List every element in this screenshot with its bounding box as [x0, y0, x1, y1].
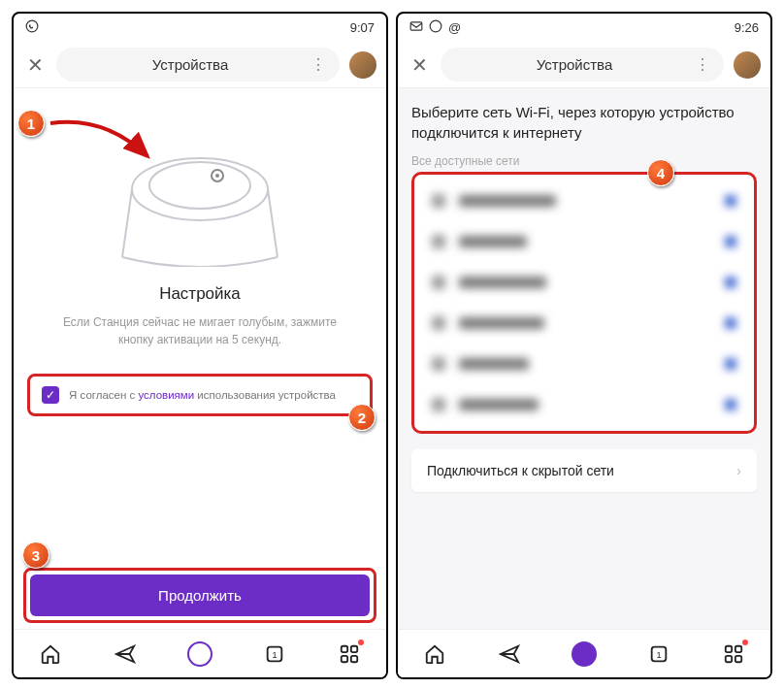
wifi-name	[459, 236, 527, 247]
lock-icon	[725, 277, 736, 288]
wifi-signal-icon	[432, 316, 445, 330]
lock-icon	[725, 399, 736, 410]
nav-square-icon[interactable]: 1	[262, 641, 287, 667]
wifi-signal-icon	[432, 194, 445, 208]
svg-text:1: 1	[272, 649, 277, 659]
svg-rect-15	[725, 645, 731, 651]
nav-apps-icon[interactable]	[337, 641, 362, 667]
callout-3: 3	[22, 541, 49, 569]
bottom-nav: 1	[14, 629, 386, 677]
hidden-network-button[interactable]: Подключиться к скрытой сети ›	[411, 449, 757, 492]
setup-subtitle: Если Станция сейчас не мигает голубым, з…	[27, 313, 373, 348]
wifi-name	[459, 358, 529, 370]
status-bar: @ 9:26	[398, 14, 770, 42]
wifi-network-item[interactable]	[418, 303, 750, 344]
status-time: 9:07	[350, 20, 375, 35]
wifi-name	[459, 277, 546, 288]
wifi-network-item[interactable]	[418, 221, 750, 262]
svg-point-0	[26, 20, 38, 32]
nav-alice-icon[interactable]	[187, 641, 212, 667]
whatsapp-icon	[429, 19, 442, 36]
avatar[interactable]	[734, 51, 761, 79]
notification-dot-icon	[358, 640, 364, 645]
more-icon[interactable]: ⋮	[695, 55, 710, 74]
wifi-network-item[interactable]	[418, 262, 750, 303]
nav-home-icon[interactable]	[38, 641, 63, 667]
nav-home-icon[interactable]	[422, 641, 447, 667]
at-icon: @	[448, 20, 461, 35]
nav-apps-icon[interactable]	[721, 641, 746, 667]
nav-send-icon[interactable]	[113, 641, 138, 667]
chevron-right-icon: ›	[736, 463, 741, 478]
status-bar: 9:07	[14, 14, 386, 42]
more-icon[interactable]: ⋮	[310, 55, 326, 74]
svg-rect-7	[341, 645, 346, 651]
wifi-network-item[interactable]	[418, 180, 750, 221]
svg-rect-18	[735, 655, 740, 661]
wifi-signal-icon	[432, 235, 445, 248]
wifi-signal-icon	[432, 357, 445, 371]
content-right: Выберите сеть Wi-Fi, через которую устро…	[398, 88, 770, 677]
lock-icon	[725, 358, 736, 370]
close-icon[interactable]: ✕	[23, 53, 47, 77]
continue-button[interactable]: Продолжить	[30, 574, 370, 616]
status-left-icons: @	[409, 19, 461, 36]
wifi-name	[459, 317, 544, 329]
callout-4: 4	[647, 159, 674, 186]
svg-rect-8	[350, 645, 356, 651]
continue-highlight: 3 Продолжить	[23, 568, 376, 623]
whatsapp-icon	[25, 19, 39, 36]
header-pill[interactable]: Устройства ⋮	[441, 48, 724, 82]
lock-icon	[725, 236, 736, 247]
svg-rect-11	[410, 22, 422, 30]
consent-text: Я согласен с условиями использования уст…	[69, 389, 336, 401]
consent-box: ✓ Я согласен с условиями использования у…	[27, 374, 373, 416]
wifi-network-item[interactable]	[418, 384, 750, 425]
consent-checkbox[interactable]: ✓	[42, 386, 59, 404]
header-pill[interactable]: Устройства ⋮	[56, 48, 340, 82]
phone-right: @ 9:26 ✕ Устройства ⋮ Выберите сеть Wi-F…	[396, 12, 772, 679]
wifi-heading: Выберите сеть Wi-Fi, через которую устро…	[411, 102, 757, 143]
setup-title: Настройка	[27, 284, 373, 304]
status-time: 9:26	[735, 20, 759, 35]
header-title: Устройства	[537, 56, 612, 73]
svg-text:1: 1	[656, 649, 661, 659]
notification-dot-icon	[742, 640, 748, 645]
app-header: ✕ Устройства ⋮	[14, 42, 386, 88]
status-left-icons	[25, 19, 39, 36]
mail-icon	[409, 20, 423, 35]
wifi-subheading: Все доступные сети	[411, 154, 757, 168]
wifi-name	[459, 195, 556, 207]
svg-point-4	[215, 174, 219, 178]
callout-1: 1	[17, 110, 45, 137]
nav-send-icon[interactable]	[497, 641, 522, 667]
svg-rect-16	[735, 645, 740, 651]
wifi-network-item[interactable]	[418, 344, 750, 384]
content-left: 1 Настройка Если Станция сейчас не мигае…	[14, 88, 386, 677]
wifi-signal-icon	[432, 276, 445, 289]
bottom-nav: 1	[398, 629, 770, 677]
avatar[interactable]	[349, 51, 376, 79]
arrow-icon	[47, 114, 153, 168]
phone-left: 9:07 ✕ Устройства ⋮ 1	[12, 12, 388, 679]
wifi-signal-icon	[432, 398, 445, 411]
hidden-network-label: Подключиться к скрытой сети	[427, 463, 614, 478]
close-icon[interactable]: ✕	[408, 53, 431, 77]
svg-rect-10	[350, 655, 356, 661]
lock-icon	[725, 195, 736, 207]
svg-rect-9	[341, 655, 346, 661]
nav-square-icon[interactable]: 1	[646, 641, 671, 667]
wifi-list: 4	[411, 172, 757, 434]
terms-link[interactable]: условиями	[138, 389, 194, 401]
svg-point-2	[149, 162, 250, 209]
svg-rect-17	[725, 655, 731, 661]
wifi-name	[459, 399, 539, 410]
nav-alice-icon[interactable]	[572, 641, 597, 667]
app-header: ✕ Устройства ⋮	[398, 42, 770, 88]
svg-point-12	[430, 20, 441, 32]
callout-2: 2	[348, 404, 376, 431]
lock-icon	[725, 317, 736, 329]
header-title: Устройства	[152, 56, 228, 73]
